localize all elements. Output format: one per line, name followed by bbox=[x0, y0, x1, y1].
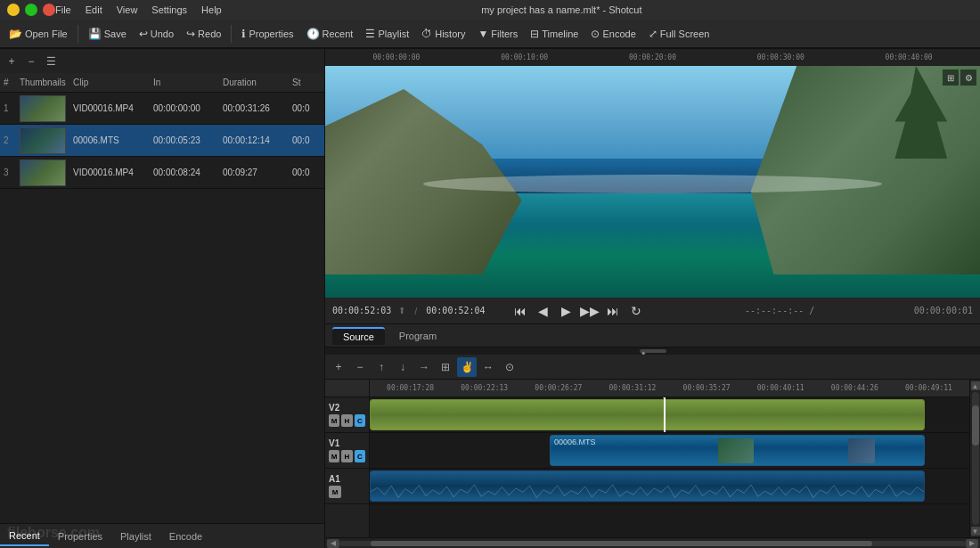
scroll-track[interactable] bbox=[972, 392, 979, 525]
close-button[interactable] bbox=[43, 4, 55, 16]
tl-up-button[interactable]: ↑ bbox=[372, 357, 391, 377]
fullscreen-button[interactable]: ⤢ Full Screen bbox=[643, 25, 715, 43]
mute-v1-button[interactable]: M bbox=[329, 450, 339, 462]
scroll-track-h[interactable] bbox=[339, 541, 966, 546]
row-in: 00:00:08:24 bbox=[150, 168, 219, 177]
tl-grid-button[interactable]: ⊞ bbox=[436, 357, 455, 377]
row-thumb bbox=[16, 158, 69, 188]
minimize-button[interactable] bbox=[7, 4, 20, 16]
undo-button[interactable]: ↩ Undo bbox=[134, 25, 179, 43]
play-button[interactable]: ▶ bbox=[557, 301, 576, 321]
timeline-scrollbar[interactable]: ◀ ▶ bbox=[325, 537, 980, 548]
add-button[interactable]: + bbox=[4, 53, 20, 70]
toolbar-separator bbox=[78, 25, 78, 43]
preview-ruler[interactable]: 00:00:00:00 00:00:10:00 00:00:20:00 00:0… bbox=[325, 48, 980, 66]
menu-edit[interactable]: Edit bbox=[86, 4, 102, 15]
scroll-thumb[interactable] bbox=[972, 405, 979, 446]
tab-source[interactable]: Source bbox=[332, 327, 385, 345]
filters-button[interactable]: ▼ Filters bbox=[472, 25, 523, 43]
scroll-down-button[interactable]: ▼ bbox=[971, 527, 980, 536]
scroll-right-button[interactable]: ▶ bbox=[966, 539, 978, 548]
loop-button[interactable]: ↻ bbox=[626, 301, 646, 321]
tl-ruler-0: 00:00:17:28 bbox=[373, 384, 447, 392]
menu-file[interactable]: File bbox=[55, 4, 71, 15]
row-duration: 00:00:12:14 bbox=[219, 135, 289, 145]
scroll-thumb-h[interactable] bbox=[371, 541, 871, 546]
mute-a1-button[interactable]: M bbox=[329, 486, 341, 498]
track-labels: V2 M H C V1 M H C bbox=[325, 380, 370, 537]
preview-overlay-controls: ⊞ ⚙ bbox=[943, 70, 976, 86]
hide-v2-button[interactable]: H bbox=[341, 414, 352, 427]
row-duration: 00:09:27 bbox=[219, 168, 289, 177]
folder-icon: 📂 bbox=[9, 28, 22, 40]
tab-encode[interactable]: Encode bbox=[160, 528, 211, 545]
hide-v1-button[interactable]: H bbox=[341, 450, 352, 462]
table-row[interactable]: 1 VID00016.MP4 00:00:00:00 00:00:31:26 0… bbox=[0, 93, 324, 125]
redo-icon: ↪ bbox=[186, 28, 195, 40]
recent-button[interactable]: 🕐 Recent bbox=[301, 25, 359, 43]
playlist-button[interactable]: ☰ Playlist bbox=[360, 25, 414, 43]
table-row[interactable]: 3 VID00016.MP4 00:00:08:24 00:09:27 00:0 bbox=[0, 157, 324, 189]
scroll-left-button[interactable]: ◀ bbox=[327, 539, 339, 548]
track-label-a1: A1 M bbox=[325, 469, 369, 504]
menu-help[interactable]: Help bbox=[201, 4, 222, 15]
menu-settings[interactable]: Settings bbox=[151, 4, 187, 15]
clip-v2-block[interactable] bbox=[370, 399, 925, 430]
tl-loop-button[interactable]: ⊙ bbox=[500, 357, 519, 377]
fast-forward-button[interactable]: ▶▶ bbox=[580, 301, 600, 321]
tl-remove-button[interactable]: − bbox=[350, 357, 370, 377]
lock-v2-button[interactable]: C bbox=[355, 414, 365, 427]
table-row[interactable]: 2 00006.MTS 00:00:05:23 00:00:12:14 00:0 bbox=[0, 125, 324, 157]
mute-v2-button[interactable]: M bbox=[329, 414, 339, 427]
clip-label-v1: 00006.MTS bbox=[554, 438, 596, 446]
save-button[interactable]: 💾 Save bbox=[83, 25, 132, 43]
encode-button[interactable]: ⊙ Encode bbox=[585, 25, 641, 43]
track-a1[interactable] bbox=[370, 469, 969, 504]
clip-v1-block[interactable]: 00006.MTS bbox=[550, 435, 925, 466]
settings-preview-button[interactable]: ⚙ bbox=[960, 70, 976, 86]
row-num: 1 bbox=[0, 103, 16, 113]
panel-divider[interactable]: ⬆ bbox=[325, 348, 980, 355]
timeline-tracks: 00:00:17:28 00:00:22:13 00:00:26:27 00:0… bbox=[370, 380, 969, 537]
timeline-button[interactable]: ⊟ Timeline bbox=[525, 25, 584, 43]
history-button[interactable]: ⏱ History bbox=[416, 25, 470, 43]
timeline-ruler[interactable]: 00:00:17:28 00:00:22:13 00:00:26:27 00:0… bbox=[370, 380, 969, 397]
tl-add-button[interactable]: + bbox=[329, 357, 348, 377]
tl-next-button[interactable]: → bbox=[414, 357, 434, 377]
undo-icon: ↩ bbox=[139, 28, 148, 40]
redo-button[interactable]: ↪ Redo bbox=[181, 25, 226, 43]
tab-program[interactable]: Program bbox=[388, 328, 447, 344]
track-v1[interactable]: 00006.MTS bbox=[370, 433, 969, 469]
tl-down-button[interactable]: ↓ bbox=[393, 357, 412, 377]
remove-button[interactable]: − bbox=[23, 53, 39, 70]
menu-button[interactable]: ☰ bbox=[43, 53, 59, 70]
zoom-button[interactable]: ⊞ bbox=[943, 70, 959, 86]
tl-ripple-button[interactable]: ↔ bbox=[478, 357, 498, 377]
skip-start-button[interactable]: ⏮ bbox=[510, 301, 530, 321]
skip-end-button[interactable]: ⏭ bbox=[603, 301, 623, 321]
encode-icon: ⊙ bbox=[591, 28, 600, 40]
row-thumb bbox=[16, 126, 69, 156]
ruler-mark-3: 00:00:30:00 bbox=[716, 53, 845, 61]
clip-audio-block[interactable] bbox=[370, 470, 925, 502]
col-duration: Duration bbox=[219, 78, 289, 87]
right-scrollbar[interactable]: ▲ ▼ bbox=[969, 380, 980, 537]
row-duration: 00:00:31:26 bbox=[219, 103, 289, 113]
lock-v1-button[interactable]: C bbox=[355, 450, 365, 462]
tl-snap-button[interactable]: ✌ bbox=[457, 357, 477, 377]
tab-recent[interactable]: Recent bbox=[0, 527, 49, 546]
menu-view[interactable]: View bbox=[117, 4, 138, 15]
maximize-button[interactable] bbox=[25, 4, 37, 16]
properties-icon: ℹ bbox=[241, 28, 246, 40]
timecode-spin[interactable]: ⬆ bbox=[398, 306, 405, 315]
scroll-up-button[interactable]: ▲ bbox=[971, 381, 980, 390]
open-file-button[interactable]: 📂 Open File bbox=[4, 25, 73, 43]
track-v2[interactable] bbox=[370, 397, 969, 433]
properties-button[interactable]: ℹ Properties bbox=[236, 25, 298, 43]
tl-ruler-6: 00:00:44:26 bbox=[818, 384, 892, 392]
playback-buttons: ⏮ ◀ ▶ ▶▶ ⏭ ↻ bbox=[510, 301, 646, 321]
prev-frame-button[interactable]: ◀ bbox=[534, 301, 553, 321]
tab-playlist[interactable]: Playlist bbox=[111, 528, 160, 545]
thumbnail-1 bbox=[20, 95, 66, 122]
tab-properties[interactable]: Properties bbox=[49, 528, 111, 545]
